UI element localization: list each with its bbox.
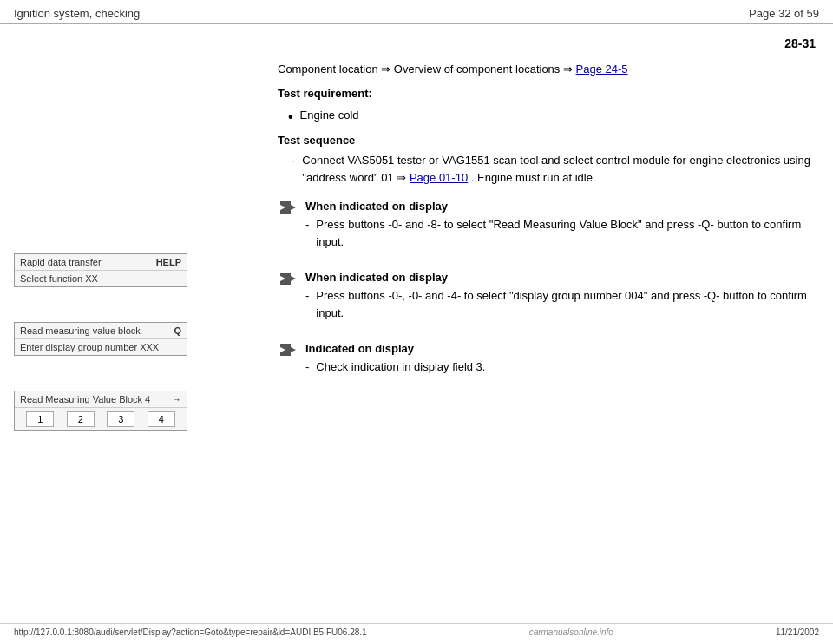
value-block-title-row: Read Measuring Value Block 4 → [15,391,187,408]
when-display-1: When indicated on display [305,200,819,213]
when-display-2: When indicated on display [305,271,819,284]
svg-marker-2 [280,344,296,356]
footer-url: http://127.0.0.1:8080/audi/servlet/Displ… [14,628,367,637]
value-block-display: Read Measuring Value Block 4 → 1 2 3 4 [14,391,187,431]
field-1: 1 [26,411,54,427]
dash-char-1: - [292,152,295,169]
value-block-arrow: → [172,394,181,404]
press-2: - Press buttons -0-, -0- and -4- to sele… [305,287,819,321]
test-sequence-label: Test sequence [278,134,819,147]
right-arrow-icon-3 [280,344,296,356]
instruction-row-3: Indicated on display - Check indication … [278,342,819,379]
instruction-text-2: When indicated on display - Press button… [305,271,819,325]
field-3: 3 [107,411,134,427]
document-title: Ignition system, checking [14,7,140,20]
main-content: Rapid data transfer HELP Select function… [0,28,833,435]
footer-logo: carmanualsonline.info [529,628,613,637]
select-function-label: Select function XX [20,273,98,284]
connect-link[interactable]: Page 01-10 [410,171,468,184]
right-column: 28-31 Component location ⇒ Overview of c… [257,28,819,435]
section-number: 28-31 [278,36,819,50]
indicated-on-display: Indicated on display [305,342,819,355]
read-measuring-label: Read measuring value block [20,325,141,336]
instruction-text-3: Indicated on display - Check indication … [305,342,819,379]
arrow-indicator-2 [278,273,298,285]
value-block-title: Read Measuring Value Block 4 [20,394,150,404]
instruction-row-2: When indicated on display - Press button… [278,271,819,325]
value-block-fields: 1 2 3 4 [15,408,187,430]
test-requirement-section: Test requirement: [278,85,819,102]
ui-box-read-measuring: Read measuring value block Q Enter displ… [14,322,257,356]
display-group-row: Enter display group number XXX [15,339,187,355]
footer-date: 11/21/2002 [776,628,819,637]
dash-char-2: - [305,216,309,233]
connect-suffix: . Engine must run at idle. [468,171,595,184]
bullet-dot: • [288,108,293,125]
right-arrow-icon-2 [280,273,296,285]
read-measuring-box: Read measuring value block Q Enter displ… [14,322,187,356]
check-instruction: Check indication in display field 3. [316,358,485,376]
press-instruction-1: Press buttons -0- and -8- to select "Rea… [316,216,819,250]
component-location-link[interactable]: Page 24-5 [576,62,628,76]
dash-char-4: - [305,358,309,376]
rapid-transfer-label: Rapid data transfer [20,257,102,267]
rapid-transfer-row1: Rapid data transfer HELP [15,254,187,271]
arrow-indicator-1 [278,201,298,214]
svg-marker-1 [280,273,296,285]
rapid-transfer-help: HELP [156,257,181,267]
select-function-row: Select function XX [15,271,187,286]
component-location-text: Component location ⇒ Overview of compone… [278,61,819,78]
page-footer: http://127.0.0.1:8080/audi/servlet/Displ… [0,623,833,637]
page-header: Ignition system, checking Page 32 of 59 [0,0,833,24]
read-measuring-row1: Read measuring value block Q [15,323,187,339]
right-arrow-icon-1 [280,201,296,214]
display-group-label: Enter display group number XXX [20,342,159,352]
page-number: Page 32 of 59 [749,7,819,20]
ui-box-value-block4: Read Measuring Value Block 4 → 1 2 3 4 [14,391,257,431]
svg-marker-0 [280,201,296,214]
dash-char-3: - [305,287,309,305]
instruction-row-1: When indicated on display - Press button… [278,200,819,253]
bullet-engine-cold: • Engine cold [288,108,819,125]
rapid-data-transfer-box: Rapid data transfer HELP Select function… [14,253,187,287]
press-1: - Press buttons -0- and -8- to select "R… [305,216,819,250]
connect-text: Connect VAS5051 tester or VAG1551 scan t… [302,152,819,186]
left-column: Rapid data transfer HELP Select function… [14,28,257,435]
press-instruction-2: Press buttons -0-, -0- and -4- to select… [316,287,819,321]
component-location-label: Component location ⇒ Overview of compone… [278,62,576,76]
instruction-text-1: When indicated on display - Press button… [305,200,819,253]
connect-instruction: - Connect VAS5051 tester or VAG1551 scan… [292,152,819,186]
ui-box-rapid-transfer: Rapid data transfer HELP Select function… [14,253,257,287]
field-4: 4 [148,411,175,427]
check-3: - Check indication in display field 3. [305,358,819,376]
field-2: 2 [67,411,95,427]
engine-cold-text: Engine cold [300,108,359,122]
arrow-indicator-3 [278,344,298,356]
read-measuring-q: Q [174,325,181,336]
test-requirement-label: Test requirement: [278,87,372,100]
